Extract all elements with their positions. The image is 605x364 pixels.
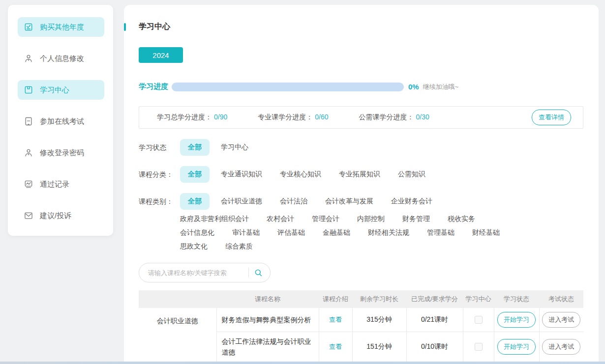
filter-option[interactable]: 思政文化	[180, 242, 208, 251]
sidebar-item-pass-records[interactable]: 通过记录	[18, 174, 104, 194]
filter-option[interactable]: 政府及非营利组织会计	[180, 215, 249, 224]
filter-chip-all[interactable]: 全部	[180, 139, 210, 156]
filter-label: 课程分类：	[139, 166, 180, 179]
header-course-intro: 课程介绍	[319, 290, 352, 308]
header-category	[139, 290, 216, 308]
view-details-button[interactable]: 查看详情	[532, 110, 571, 125]
center-checkbox[interactable]	[475, 316, 483, 324]
sidebar-item-label: 学习中心	[40, 85, 69, 95]
center-checkbox[interactable]	[475, 343, 483, 351]
sidebar-item-label: 购买其他年度	[40, 23, 84, 32]
filter-option[interactable]: 专业拓展知识	[339, 170, 380, 179]
clipboard-check-icon	[24, 22, 33, 32]
filter-option[interactable]: 专业核心知识	[280, 170, 321, 179]
sidebar-item-label: 建议/投诉	[40, 211, 71, 221]
progress-bar	[172, 83, 404, 91]
filter-option[interactable]: 财经相关法规	[368, 228, 409, 237]
sidebar-item-feedback[interactable]: 建议/投诉	[18, 206, 104, 225]
filter-study-status: 学习状态 全部 学习中心	[139, 139, 599, 156]
sidebar: 购买其他年度 个人信息修改 学习中心 参加在线考试 修改登录密码 通过记录	[8, 5, 113, 236]
filter-option[interactable]: 会计信息化	[180, 228, 214, 237]
filter-option[interactable]: 农村会计	[267, 215, 294, 224]
progress-note: 继续加油哦~	[423, 83, 459, 91]
sidebar-item-learning-center[interactable]: 学习中心	[18, 80, 104, 100]
filter-options: 全部 会计职业道德 会计法治 会计改革与发展 企业财务会计 政府及非营利组织会计…	[180, 193, 524, 251]
user-icon	[24, 148, 33, 158]
exam-paper-icon	[24, 116, 33, 126]
filter-option[interactable]: 财务管理	[402, 215, 430, 224]
stat-value: 0/60	[315, 113, 328, 121]
filter-option[interactable]: 管理会计	[312, 215, 339, 224]
filter-option[interactable]: 学习中心	[221, 143, 248, 152]
filter-option[interactable]: 会计改革与发展	[325, 197, 373, 206]
sidebar-item-online-exam[interactable]: 参加在线考试	[18, 112, 104, 131]
header-learning-center: 学习中心	[463, 290, 494, 308]
start-study-button[interactable]: 开始学习	[497, 312, 536, 328]
filter-course-type: 课程类别： 全部 会计职业道德 会计法治 会计改革与发展 企业财务会计 政府及非…	[139, 193, 599, 251]
header-remaining-time: 剩余学习时长	[352, 290, 406, 308]
progress-label: 学习进度	[139, 82, 168, 91]
filter-chip-all[interactable]: 全部	[180, 166, 210, 183]
filter-option[interactable]: 公需知识	[398, 170, 425, 179]
header-credits: 已完成/要求学分	[406, 290, 463, 308]
stat-major-credits: 专业课学分进度：0/60	[258, 113, 328, 122]
table-row: 会计职业道德 财务造假与舞弊典型案例分析 查看 315分钟 0/21课时 开始学…	[139, 308, 583, 332]
stat-label: 专业课学分进度：	[258, 113, 313, 121]
sidebar-item-label: 通过记录	[40, 180, 69, 189]
filter-option[interactable]: 评估基础	[277, 228, 305, 237]
view-intro-link[interactable]: 查看	[329, 316, 342, 323]
filter-chip-all[interactable]: 全部	[180, 193, 210, 210]
filter-option[interactable]: 审计基础	[232, 228, 260, 237]
bookmark-slot-icon	[24, 85, 33, 95]
filter-course-category: 课程分类： 全部 专业通识知识 专业核心知识 专业拓展知识 公需知识	[139, 166, 599, 183]
filter-option[interactable]: 会计法治	[280, 197, 307, 206]
sidebar-item-buy-other-years[interactable]: 购买其他年度	[18, 17, 104, 37]
horizontal-scrollbar[interactable]	[0, 362, 605, 364]
course-name: 会计工作法律法规与会计职业道德	[216, 332, 319, 363]
table-header-row: 课程名称 课程介绍 剩余学习时长 已完成/要求学分 学习中心 学习状态 考试状态	[139, 290, 583, 308]
user-icon	[24, 54, 33, 63]
title-accent-bar	[124, 23, 126, 31]
view-intro-link[interactable]: 查看	[329, 343, 342, 350]
enter-exam-button[interactable]: 进入考试	[542, 339, 580, 355]
filter-options: 全部 学习中心	[180, 139, 524, 156]
mail-icon	[24, 211, 33, 221]
header-study-status: 学习状态	[494, 290, 539, 308]
page-title: 学习中心	[139, 22, 170, 32]
credits-progress: 0/21课时	[406, 308, 463, 332]
sidebar-item-change-password[interactable]: 修改登录密码	[18, 143, 104, 163]
record-chart-icon	[24, 179, 33, 189]
filter-option[interactable]: 内部控制	[357, 215, 385, 224]
course-table: 课程名称 课程介绍 剩余学习时长 已完成/要求学分 学习中心 学习状态 考试状态…	[139, 290, 583, 363]
header-exam-status: 考试状态	[539, 290, 583, 308]
search-divider	[248, 268, 249, 278]
filter-option[interactable]: 财经基础	[472, 228, 500, 237]
credit-stats-box: 学习总学分进度：0/90 专业课学分进度：0/60 公需课学分进度：0/30 查…	[139, 106, 583, 129]
header-course-name: 课程名称	[216, 290, 319, 308]
filter-option[interactable]: 会计职业道德	[221, 197, 262, 206]
filter-options: 全部 专业通识知识 专业核心知识 专业拓展知识 公需知识	[180, 166, 524, 183]
progress-row: 学习进度 0% 继续加油哦~	[139, 82, 599, 91]
sidebar-item-edit-profile[interactable]: 个人信息修改	[18, 49, 104, 68]
filter-option[interactable]: 税收实务	[448, 215, 475, 224]
filter-label: 课程类别：	[139, 193, 180, 206]
filter-label: 学习状态	[139, 139, 180, 152]
stat-value: 0/90	[214, 113, 227, 121]
sidebar-item-label: 个人信息修改	[40, 54, 84, 63]
filter-option[interactable]: 金融基础	[323, 228, 350, 237]
filter-option[interactable]: 管理基础	[427, 228, 454, 237]
remaining-time: 151分钟	[352, 332, 406, 363]
filter-option[interactable]: 专业通识知识	[221, 170, 262, 179]
filter-option[interactable]: 综合素质	[225, 242, 253, 251]
sidebar-item-label: 参加在线考试	[40, 117, 84, 126]
search-icon[interactable]	[254, 268, 263, 278]
page-header: 学习中心	[139, 22, 599, 32]
stat-value: 0/30	[416, 113, 429, 121]
stat-public-credits: 公需课学分进度：0/30	[359, 113, 429, 122]
year-tab-2024[interactable]: 2024	[139, 47, 183, 63]
remaining-time: 315分钟	[352, 308, 406, 332]
filter-option[interactable]: 企业财务会计	[391, 197, 432, 206]
enter-exam-button[interactable]: 进入考试	[542, 312, 580, 328]
start-study-button[interactable]: 开始学习	[497, 339, 536, 355]
search-input[interactable]	[148, 269, 243, 277]
